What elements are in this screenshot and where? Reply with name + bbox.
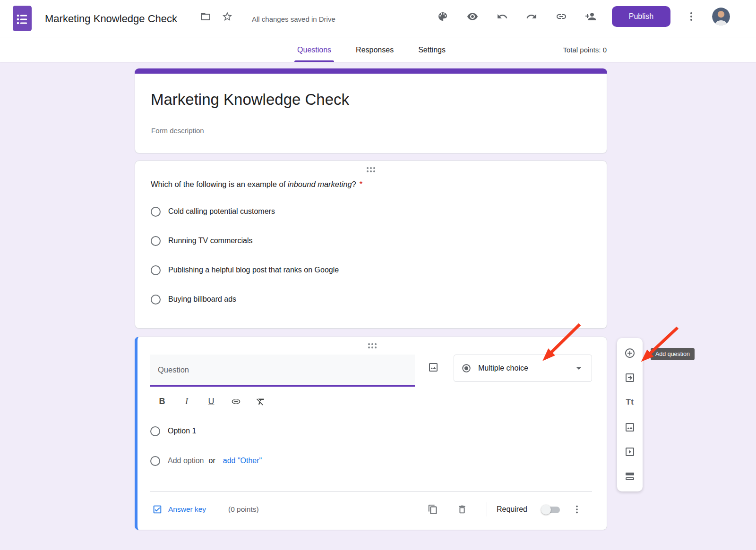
add-question-tooltip: Add question [651,348,695,360]
option-label[interactable]: Publishing a helpful blog post that rank… [168,266,339,274]
total-points: Total points: 0 [563,38,607,62]
redo-icon[interactable] [522,7,541,26]
chevron-down-icon [573,363,584,374]
save-status: All changes saved in Drive [252,0,335,38]
question-1-text-prefix: Which of the following is an example of [151,180,288,188]
radio-icon[interactable] [151,295,161,305]
radio-icon[interactable] [150,426,160,436]
radio-icon[interactable] [151,207,161,217]
move-to-folder-icon[interactable] [196,7,215,26]
answer-key-label: Answer key [168,505,206,514]
undo-icon[interactable] [493,7,512,26]
add-option-text[interactable]: Add option [168,457,204,465]
question-type-select[interactable]: Multiple choice [454,355,592,382]
option-row: Publishing a helpful blog post that rank… [151,255,339,285]
clear-formatting-icon[interactable] [255,396,266,407]
or-text: or [209,457,215,465]
avatar[interactable] [712,8,730,25]
tab-questions[interactable]: Questions [294,38,334,62]
publish-button[interactable]: Publish [612,6,670,27]
drag-handle-icon[interactable] [367,167,375,172]
question-1-text-italic: inbound marketing [288,180,352,188]
formatting-toolbar: B I U [156,396,266,407]
add-image-icon[interactable] [620,418,639,437]
star-icon[interactable] [218,7,237,26]
duplicate-icon[interactable] [423,500,442,519]
divider [487,502,487,516]
add-collaborators-icon[interactable] [581,7,600,26]
question-more-options-icon[interactable] [567,500,586,519]
question-type-label: Multiple choice [478,364,528,372]
divider [150,491,592,492]
drag-handle-icon[interactable] [368,343,377,348]
add-other-link[interactable]: add "Other" [223,457,262,465]
tab-settings[interactable]: Settings [415,38,448,62]
add-video-icon[interactable] [620,442,639,461]
multiple-choice-icon [461,363,472,373]
question-title-input[interactable] [150,355,415,387]
document-title[interactable]: Marketing Knowledge Check [45,0,177,38]
question-1-text-suffix: ? [352,180,356,188]
radio-icon[interactable] [151,236,161,246]
toggle-knob [541,505,551,515]
italic-icon[interactable]: I [181,396,192,407]
tab-responses[interactable]: Responses [353,38,396,62]
preview-icon[interactable] [463,7,482,26]
more-options-icon[interactable] [682,7,701,26]
required-toggle[interactable] [542,507,560,513]
option-label[interactable]: Cold calling potential customers [168,207,275,216]
add-image-icon[interactable] [424,358,443,377]
option-row: Buying billboard ads [151,285,339,314]
underline-icon[interactable]: U [206,396,217,407]
add-question-icon[interactable] [620,344,639,363]
required-asterisk: * [360,180,362,188]
option-label[interactable]: Option 1 [168,427,196,435]
app-header: Marketing Knowledge Check All changes sa… [0,0,756,38]
question-1-options: Cold calling potential customers Running… [151,197,339,314]
answer-key-icon [152,504,163,515]
delete-icon[interactable] [453,500,472,519]
answer-key-button[interactable]: Answer key [152,500,206,519]
radio-icon[interactable] [151,265,161,275]
form-title-card: Marketing Knowledge Check Form descripti… [135,68,607,153]
add-title-icon[interactable]: Tt [620,393,639,412]
bold-icon[interactable]: B [156,396,168,407]
option-label[interactable]: Running TV commercials [168,237,252,245]
google-forms-logo-icon[interactable] [13,6,32,31]
import-questions-icon[interactable] [620,368,639,387]
customize-theme-icon[interactable] [433,7,452,26]
option-row: Option 1 [150,422,196,440]
copy-link-icon[interactable] [552,7,571,26]
points-label: (0 points) [228,500,259,519]
tab-bar: Questions Responses Settings Total point… [0,38,756,62]
question-card-2-active: Multiple choice B I U Option 1 Add optio… [135,337,607,530]
floating-toolbar: Tt [617,338,643,491]
option-row: Cold calling potential customers [151,197,339,226]
option-row: Running TV commercials [151,226,339,255]
insert-link-icon[interactable] [230,396,241,407]
add-option-row: Add option or add "Other" [150,451,262,470]
add-section-icon[interactable] [620,467,639,486]
required-label: Required [497,500,527,519]
question-card-1: Which of the following is an example of … [135,161,607,329]
radio-icon [150,456,160,466]
option-label[interactable]: Buying billboard ads [168,295,236,304]
form-description[interactable]: Form description [151,127,204,135]
form-title[interactable]: Marketing Knowledge Check [151,91,349,109]
question-1-text[interactable]: Which of the following is an example of … [151,180,362,189]
